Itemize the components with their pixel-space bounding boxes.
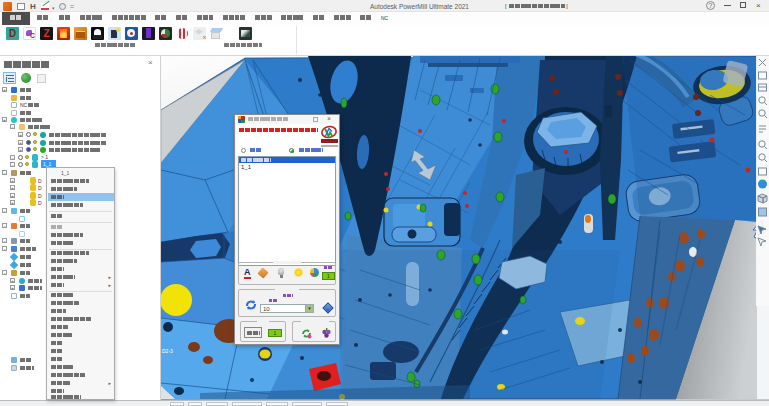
svg-text:D2-3: D2-3 <box>162 348 173 354</box>
